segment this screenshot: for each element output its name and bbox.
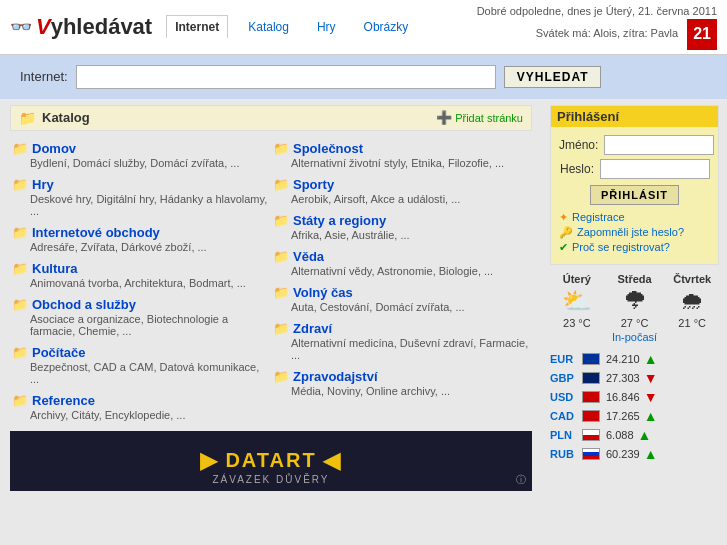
catalog-column-left: 📁 Domov Bydlení, Domácí služby, Domácí z… [10, 137, 271, 425]
cat-veda-title[interactable]: 📁 Věda [273, 249, 530, 264]
cat-obchody-sub: Adresáře, Zvířata, Dárkové zboží, ... [12, 240, 269, 253]
nav-tab-internet[interactable]: Internet [166, 15, 228, 38]
cat-volny-title[interactable]: 📁 Volný čas [273, 285, 530, 300]
rate-pln-currency[interactable]: PLN [550, 429, 578, 441]
weather-day-name-2: Čtvrtek [665, 273, 719, 285]
cat-kultura-title[interactable]: 📁 Kultura [12, 261, 269, 276]
search-button[interactable]: VYHLEDAT [504, 66, 602, 88]
logo-rest: yhledávat [51, 14, 153, 39]
flag-us [582, 391, 600, 403]
rate-pln: PLN 6.088 ▲ [550, 427, 719, 443]
rate-gbp: GBP 27.303 ▼ [550, 370, 719, 386]
rate-eur-currency[interactable]: EUR [550, 353, 578, 365]
nav-tabs: Internet Katalog Hry Obrázky [166, 15, 416, 38]
password-label: Heslo: [559, 162, 594, 176]
rate-rub: RUB 60.239 ▲ [550, 446, 719, 462]
cat-staty-sub: Afrika, Asie, Austrálie, ... [273, 228, 530, 241]
cat-obchod-sub: Asociace a organizace, Biotechnologie a … [12, 312, 269, 337]
catalog-title: 📁 Katalog [19, 110, 90, 126]
banner-text: ▶ DATART ◀ [200, 448, 341, 474]
cat-volny: 📁 Volný čas Auta, Cestování, Domácí zvíř… [271, 281, 532, 317]
cat-veda: 📁 Věda Alternativní vědy, Astronomie, Bi… [271, 245, 532, 281]
cat-domov-sub: Bydlení, Domácí služby, Domácí zvířata, … [12, 156, 269, 169]
folder-icon-veda: 📁 [273, 249, 289, 264]
star-icon: ✦ [559, 211, 568, 224]
cat-volny-sub: Auta, Cestování, Domácí zvířata, ... [273, 300, 530, 313]
weather-days: Úterý ⛅ 23 °C Středa 🌩 27 °C Čtvrtek 🌧 2… [550, 273, 719, 329]
folder-icon-domov: 📁 [12, 141, 28, 156]
banner-subtext: ZÁVAZEK DŮVĚRY [212, 474, 329, 485]
date-box: 21 [687, 19, 717, 49]
plus-icon: ➕ [436, 110, 452, 125]
rate-eur-trend: ▲ [644, 351, 658, 367]
cat-kultura: 📁 Kultura Animovaná tvorba, Architektura… [10, 257, 271, 293]
cat-veda-sub: Alternativní vědy, Astronomie, Biologie,… [273, 264, 530, 277]
rate-rub-value: 60.239 [606, 448, 640, 460]
why-register-link[interactable]: ✔ Proč se registrovat? [559, 241, 710, 254]
rate-rub-currency[interactable]: RUB [550, 448, 578, 460]
nav-tab-hry[interactable]: Hry [309, 16, 344, 38]
weather-day-name-0: Úterý [550, 273, 604, 285]
folder-icon-staty: 📁 [273, 213, 289, 228]
flag-pl [582, 429, 600, 441]
weather-link[interactable]: In-počasí [550, 331, 719, 343]
folder-icon-kultura: 📁 [12, 261, 28, 276]
registration-link[interactable]: ✦ Registrace [559, 211, 710, 224]
rate-cad: CAD 17.265 ▲ [550, 408, 719, 424]
name-day: Svátek má: Alois, zítra: Pavla 21 [477, 19, 717, 49]
weather-icon-0: ⛅ [550, 287, 604, 315]
cat-spolecnost-sub: Alternativní životní styly, Etnika, Filo… [273, 156, 530, 169]
cat-zpravodaj-sub: Média, Noviny, Online archivy, ... [273, 384, 530, 397]
rate-usd-currency[interactable]: USD [550, 391, 578, 403]
cat-spolecnost-title[interactable]: 📁 Společnost [273, 141, 530, 156]
weather-temp-2: 21 °C [665, 317, 719, 329]
cat-obchody-title[interactable]: 📁 Internetové obchody [12, 225, 269, 240]
rate-rub-trend: ▲ [644, 446, 658, 462]
cat-obchod-title[interactable]: 📁 Obchod a služby [12, 297, 269, 312]
weather-day-0: Úterý ⛅ 23 °C [550, 273, 604, 329]
search-bar: Internet: VYHLEDAT [0, 55, 727, 99]
rate-cad-currency[interactable]: CAD [550, 410, 578, 422]
rate-pln-trend: ▲ [638, 427, 652, 443]
rate-gbp-currency[interactable]: GBP [550, 372, 578, 384]
add-page-link[interactable]: ➕ Přidat stránku [436, 110, 523, 125]
cat-hry-sub: Deskové hry, Digitální hry, Hádanky a hl… [12, 192, 269, 217]
cat-hry-title[interactable]: 📁 Hry [12, 177, 269, 192]
datart-banner[interactable]: ▶ DATART ◀ ZÁVAZEK DŮVĚRY ⓘ [10, 431, 532, 491]
cat-staty-title[interactable]: 📁 Státy a regiony [273, 213, 530, 228]
cat-zdravi-sub: Alternativní medicína, Duševní zdraví, F… [273, 336, 530, 361]
cat-sporty: 📁 Sporty Aerobik, Airsoft, Akce a událos… [271, 173, 532, 209]
cat-sporty-title[interactable]: 📁 Sporty [273, 177, 530, 192]
cat-zdravi: 📁 Zdraví Alternativní medicína, Duševní … [271, 317, 532, 365]
password-input[interactable] [600, 159, 710, 179]
rate-usd-trend: ▼ [644, 389, 658, 405]
cat-domov-title[interactable]: 📁 Domov [12, 141, 269, 156]
login-button[interactable]: PŘIHLÁSIT [590, 185, 679, 205]
cat-pocitace-title[interactable]: 📁 Počítače [12, 345, 269, 360]
banner-arrow-left: ▶ [200, 448, 219, 474]
nav-tab-katalog[interactable]: Katalog [240, 16, 297, 38]
username-input[interactable] [604, 135, 714, 155]
cat-reference-title[interactable]: 📁 Reference [12, 393, 269, 408]
logo-v: V [36, 14, 51, 39]
catalog-grid: 📁 Domov Bydlení, Domácí služby, Domácí z… [10, 137, 532, 425]
cat-kultura-sub: Animovaná tvorba, Architektura, Bodmart,… [12, 276, 269, 289]
weather-day-2: Čtvrtek 🌧 21 °C [665, 273, 719, 329]
forgot-password-link[interactable]: 🔑 Zapomněli jste heslo? [559, 226, 710, 239]
glasses-icon: 👓 [10, 16, 32, 38]
nav-tab-obrazky[interactable]: Obrázky [356, 16, 417, 38]
folder-icon-pocitace: 📁 [12, 345, 28, 360]
folder-icon-obchod: 📁 [12, 297, 28, 312]
username-row: Jméno: [559, 135, 710, 155]
weather-day-name-1: Středa [608, 273, 662, 285]
catalog-area: 📁 Katalog ➕ Přidat stránku 📁 Domov Bydle… [0, 99, 542, 503]
logo-area: 👓 Vyhledávat Internet Katalog Hry Obrázk… [10, 14, 416, 40]
search-input[interactable] [76, 65, 496, 89]
cat-zpravodaj-title[interactable]: 📁 Zpravodajství [273, 369, 530, 384]
header: 👓 Vyhledávat Internet Katalog Hry Obrázk… [0, 0, 727, 55]
folder-icon-spolecnost: 📁 [273, 141, 289, 156]
cat-staty: 📁 Státy a regiony Afrika, Asie, Austráli… [271, 209, 532, 245]
folder-icon-zdravi: 📁 [273, 321, 289, 336]
folder-icon: 📁 [19, 110, 36, 126]
cat-zdravi-title[interactable]: 📁 Zdraví [273, 321, 530, 336]
